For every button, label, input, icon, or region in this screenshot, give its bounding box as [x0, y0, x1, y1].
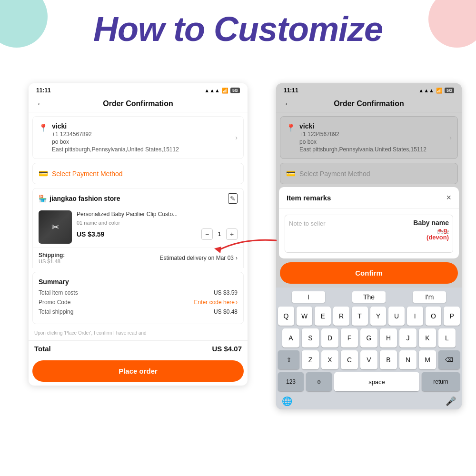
num-key[interactable]: 123 — [278, 372, 304, 391]
product-price-row: US $3.59 − 1 + — [77, 228, 238, 240]
promo-chevron-icon: › — [236, 299, 238, 306]
key-q[interactable]: Q — [278, 307, 294, 326]
key-c[interactable]: C — [341, 350, 358, 369]
summary-promo-row[interactable]: Promo Code Enter code here › — [39, 299, 238, 306]
key-k[interactable]: K — [419, 328, 436, 347]
key-a[interactable]: A — [282, 328, 299, 347]
store-left: 🏪 jiangkao fashion store — [39, 195, 120, 202]
globe-icon[interactable]: 🌐 — [282, 396, 292, 407]
summary-section: Summary Total item costs US $3.59 Promo … — [32, 272, 244, 324]
summary-item-costs-value: US $3.59 — [214, 289, 238, 296]
page-title: How to Customize — [0, 10, 476, 49]
store-section: 🏪 jiangkao fashion store ✎ ✂ Personalize… — [32, 188, 244, 268]
key-s[interactable]: S — [302, 328, 319, 347]
key-r[interactable]: R — [333, 307, 349, 326]
signal-icon: ▲▲▲ — [204, 88, 220, 93]
key-y[interactable]: Y — [370, 307, 387, 326]
item-remarks-modal: Item remarks × Note to seller Baby name … — [279, 187, 459, 258]
key-x[interactable]: X — [321, 350, 338, 369]
return-key[interactable]: return — [422, 372, 460, 391]
key-z[interactable]: Z — [302, 350, 319, 369]
key-h[interactable]: H — [380, 328, 397, 347]
modal-body: Note to seller Baby name e.g. (devon) 0/… — [279, 209, 459, 258]
summary-title: Summary — [39, 278, 238, 286]
keyboard-row-3: ⇧ Z X C V B N M ⌫ — [278, 350, 460, 369]
key-w[interactable]: W — [297, 307, 313, 326]
payment-label: Select Payment Method — [52, 170, 123, 178]
left-back-button[interactable]: ← — [36, 99, 45, 109]
space-key[interactable]: space — [334, 372, 419, 391]
keyboard-row-4: 123 ☺ space return — [278, 372, 460, 391]
qty-decrease-button[interactable]: − — [201, 228, 213, 240]
product-row: ✂ Personalized Baby Pacifier Clip Custo.… — [33, 207, 243, 248]
right-signal-icon: ▲▲▲ — [418, 88, 434, 93]
quantity-control: − 1 + — [201, 228, 238, 240]
product-image: ✂ — [39, 210, 72, 244]
address-chevron-icon: › — [235, 134, 238, 141]
key-n[interactable]: N — [399, 350, 416, 369]
keyboard-rows: Q W E R T Y U I O P A S D F G H J K — [278, 307, 460, 391]
note-hint-title: Baby name — [413, 219, 449, 227]
delete-key[interactable]: ⌫ — [438, 350, 460, 369]
total-value: US $4.07 — [212, 345, 242, 353]
emoji-key[interactable]: ☺ — [306, 372, 332, 391]
payment-method-row[interactable]: 💳 Select Payment Method — [32, 163, 244, 184]
key-j[interactable]: J — [399, 328, 416, 347]
battery-badge: 5G — [230, 88, 240, 93]
place-order-button[interactable]: Place order — [32, 360, 244, 382]
right-location-icon: 📍 — [286, 123, 296, 132]
key-b[interactable]: B — [380, 350, 397, 369]
key-f[interactable]: F — [341, 328, 358, 347]
key-e[interactable]: E — [315, 307, 331, 326]
left-time: 11:11 — [36, 87, 51, 94]
key-g[interactable]: G — [360, 328, 377, 347]
address-phone: +1 1234567892 — [52, 131, 231, 138]
left-status-icons: ▲▲▲ 📶 5G — [204, 88, 240, 94]
address-name: vicki — [52, 122, 231, 130]
left-status-bar: 11:11 ▲▲▲ 📶 5G — [29, 83, 248, 96]
right-status-bar: 11:11 ▲▲▲ 📶 5G — [276, 83, 462, 96]
total-row: Total US $4.07 — [29, 340, 248, 357]
note-icon[interactable]: ✎ — [228, 193, 238, 204]
summary-shipping-label: Total shipping — [39, 308, 73, 315]
qty-increase-button[interactable]: + — [226, 228, 238, 240]
summary-shipping-row: Total shipping US $0.48 — [39, 308, 238, 315]
keyboard-row-1: Q W E R T Y U I O P — [278, 307, 460, 326]
summary-promo-label: Promo Code — [39, 299, 70, 306]
suggestion-i[interactable]: I — [292, 291, 325, 303]
key-d[interactable]: D — [321, 328, 338, 347]
suggestion-im[interactable]: I'm — [413, 291, 446, 303]
right-address-card: 📍 vicki +1 1234567892 po box East pittsb… — [280, 116, 458, 159]
right-status-icons: ▲▲▲ 📶 5G — [418, 88, 454, 94]
note-hint-eg: e.g. (devon) — [413, 227, 449, 241]
key-m[interactable]: M — [419, 350, 436, 369]
address-card: 📍 vicki +1 1234567892 po box East pittsb… — [32, 116, 244, 159]
product-price: US $3.59 — [77, 230, 104, 238]
payment-icon: 💳 — [39, 169, 48, 178]
confirm-button[interactable]: Confirm — [280, 262, 458, 284]
keyboard: I The I'm Q W E R T Y U I O P A S D — [276, 288, 462, 393]
key-l[interactable]: L — [438, 328, 456, 347]
modal-close-button[interactable]: × — [446, 193, 451, 203]
right-battery-badge: 5G — [445, 88, 454, 93]
shift-key[interactable]: ⇧ — [278, 350, 299, 369]
key-t[interactable]: T — [352, 307, 368, 326]
modal-header: Item remarks × — [279, 187, 459, 209]
key-p[interactable]: P — [444, 307, 460, 326]
right-address-box: po box — [299, 139, 446, 145]
right-wifi-icon: 📶 — [436, 88, 443, 94]
right-back-button[interactable]: ← — [284, 99, 292, 109]
key-i[interactable]: I — [407, 307, 423, 326]
mic-icon[interactable]: 🎤 — [446, 396, 456, 407]
note-placeholder[interactable]: Note to seller — [289, 220, 326, 227]
suggestion-the[interactable]: The — [352, 291, 386, 303]
key-v[interactable]: V — [360, 350, 377, 369]
right-address-name: vicki — [299, 122, 446, 130]
right-phone-screenshot: 11:11 ▲▲▲ 📶 5G ← Order Confirmation 📍 vi… — [276, 83, 462, 409]
key-o[interactable]: O — [426, 307, 442, 326]
shipping-cost: US $1.48 — [39, 258, 65, 264]
chevron-icon: › — [236, 255, 238, 261]
location-icon: 📍 — [39, 123, 48, 132]
key-u[interactable]: U — [388, 307, 405, 326]
shipping-row: Shipping: US $1.48 Estimated delivery on… — [33, 248, 243, 268]
